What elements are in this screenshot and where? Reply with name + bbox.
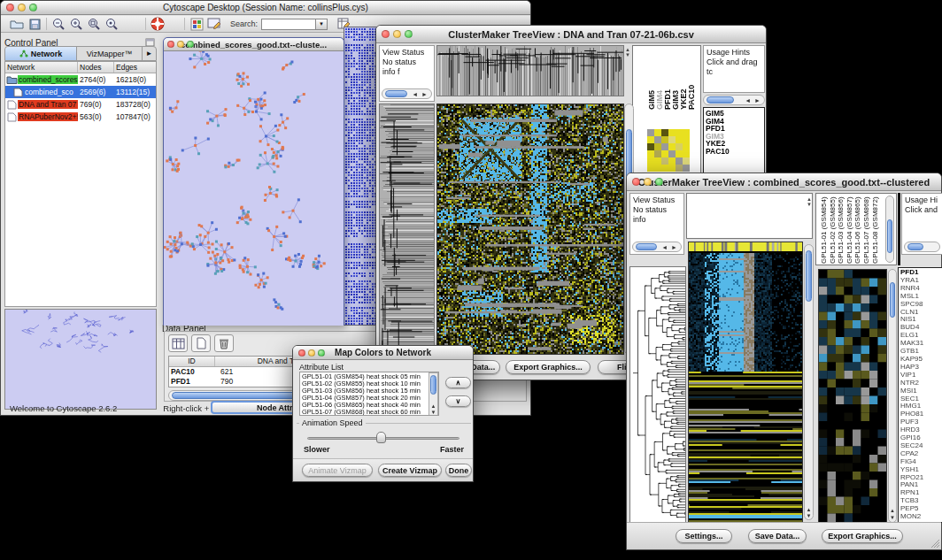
zoom-window-icon[interactable] — [405, 30, 413, 38]
close-icon[interactable] — [298, 349, 305, 357]
column-label[interactable]: GPL51-06 (GSM865) — [853, 196, 861, 264]
tv2-settings-button[interactable]: Settings... — [676, 529, 732, 543]
zoom-window-icon[interactable] — [187, 41, 194, 48]
network-view-titlebar[interactable]: combined_scores_good.txt--cluste... — [164, 38, 344, 51]
save-icon[interactable] — [26, 17, 43, 31]
tv2-status-scrollbar[interactable]: ◄ ► — [632, 242, 682, 252]
scroll-arrows-icon[interactable]: ◄ ► — [661, 244, 681, 250]
tv1-column-dendrogram-panel[interactable] — [436, 45, 624, 96]
tv1-row-dendrogram-panel[interactable] — [379, 104, 435, 355]
search-input[interactable] — [261, 19, 316, 30]
scroll-arrows-icon[interactable]: ◄ ► — [412, 91, 431, 97]
tv2-row-dendrogram-panel[interactable] — [629, 266, 686, 523]
scrollbar-thumb[interactable] — [806, 250, 812, 302]
zoom-window-icon[interactable] — [29, 4, 37, 12]
scrollbar-thumb[interactable] — [430, 375, 436, 395]
create-vizmap-button[interactable]: Create Vizmap — [378, 464, 442, 477]
zoom-selected-icon[interactable] — [103, 17, 120, 31]
scrollbar-thumb[interactable] — [887, 219, 892, 253]
dendro-scroll-arrows-icon[interactable]: ▲▼ — [625, 47, 630, 58]
tv2-detail-heatmap-panel[interactable] — [818, 269, 887, 523]
close-icon[interactable] — [632, 178, 640, 186]
attribute-item[interactable]: GPL51-07 (GSM868) heat shock 60 min — [302, 409, 436, 416]
tab-network[interactable]: Network — [5, 47, 77, 60]
done-button[interactable]: Done — [445, 464, 472, 477]
col-header-edges[interactable]: Edges — [114, 62, 156, 73]
treeview1-titlebar[interactable]: ClusterMaker TreeView : DNA and Tran 07-… — [376, 26, 766, 43]
column-label[interactable]: PAC10 — [687, 85, 696, 110]
minimize-icon[interactable] — [18, 4, 26, 12]
id-column-header[interactable]: ID — [169, 357, 215, 366]
animate-vizmap-button[interactable]: Animate Vizmap — [302, 464, 373, 477]
column-dendrogram[interactable] — [437, 46, 623, 96]
edit-network-icon[interactable] — [205, 17, 223, 31]
network-row-combined-sco[interactable]: combined_sco 2569(6) 13112(15) — [5, 86, 156, 98]
network-row-rnapuber[interactable]: RNAPuberNov2+! 563(0) 107847(0) — [5, 111, 156, 123]
tv2-heatmap-panel[interactable] — [688, 242, 803, 523]
move-attribute-up-button[interactable]: ∧ — [445, 377, 471, 388]
delete-attribute-trash-icon[interactable] — [214, 334, 234, 352]
zoom-window-icon[interactable] — [655, 178, 663, 186]
column-label[interactable]: GPL51-02 (GSM855) — [829, 196, 837, 264]
help-lifering-icon[interactable] — [149, 17, 166, 31]
scroll-down-icon[interactable]: ▼ — [429, 410, 437, 415]
tv2-export-graphics-button[interactable]: Export Graphics... — [822, 529, 903, 543]
scroll-down-icon[interactable]: ▼ — [805, 513, 813, 518]
scroll-arrows-icon[interactable]: ◄ ► — [745, 97, 764, 104]
close-icon[interactable] — [382, 30, 390, 38]
resize-grip-icon[interactable] — [930, 538, 940, 548]
tv1-detail-heatmap[interactable] — [647, 129, 690, 172]
scrollbar-thumb[interactable] — [636, 243, 657, 250]
tv2-save-data-button[interactable]: Save Data... — [748, 529, 807, 543]
move-attribute-down-button[interactable]: ∨ — [445, 395, 471, 407]
attribute-list-vscrollbar[interactable]: ▲ ▼ — [429, 372, 438, 416]
tv2-column-dendrogram-panel[interactable] — [686, 193, 813, 239]
minimize-icon[interactable] — [308, 349, 315, 357]
column-label[interactable]: GPL51-03 (GSM856) — [837, 196, 845, 264]
tv1-status-scrollbar[interactable]: ◄ ► — [382, 88, 432, 99]
scrollbar-thumb[interactable] — [706, 96, 734, 104]
tv2-hints-scrollbar[interactable] — [904, 242, 940, 252]
select-attributes-icon[interactable] — [168, 334, 188, 352]
column-label[interactable]: GPL51-04 (GSM857) — [845, 196, 853, 264]
tv1-heatmap-panel[interactable] — [436, 104, 624, 355]
column-label[interactable]: GPL51-07 (GSM868) — [862, 196, 870, 264]
dialog-titlebar[interactable]: Map Colors to Network — [293, 346, 473, 360]
row-dendrogram[interactable] — [380, 104, 434, 354]
zoom-fit-icon[interactable] — [85, 17, 103, 31]
network-overview-thumbnail[interactable] — [5, 310, 156, 409]
network-graph-canvas[interactable] — [164, 51, 344, 326]
column-label[interactable]: GPL51-08 (GSM872) — [871, 196, 879, 264]
scroll-up-icon[interactable]: ▲ — [429, 403, 437, 409]
search-dropdown-icon[interactable]: ▼ — [316, 19, 328, 30]
tv2-main-heatmap[interactable] — [689, 242, 802, 522]
col-header-nodes[interactable]: Nodes — [78, 62, 114, 73]
network-overview-panel[interactable] — [4, 309, 157, 410]
minimize-icon[interactable] — [177, 41, 184, 48]
open-file-icon[interactable] — [8, 17, 26, 31]
treeview2-titlebar[interactable]: ClusterMaker TreeView : combined_scores_… — [627, 173, 941, 191]
zoom-window-icon[interactable] — [318, 349, 325, 357]
cytoscape-titlebar[interactable]: Cytoscape Desktop (Session Name: collins… — [1, 1, 530, 15]
scroll-down-icon[interactable]: ▼ — [889, 515, 896, 520]
tv2-labels-vscrollbar[interactable] — [885, 196, 894, 263]
gene-label[interactable]: PAC10 — [706, 148, 764, 156]
vizmapper-shortcut-icon[interactable] — [188, 17, 205, 31]
tv1-hints-scrollbar[interactable]: ◄ ► — [703, 95, 765, 105]
close-icon[interactable] — [6, 4, 14, 12]
scrollbar-thumb[interactable] — [907, 243, 923, 250]
tv2-heatmap-vscrollbar[interactable]: ▲ ▼ — [804, 244, 814, 520]
slider-thumb[interactable] — [376, 432, 386, 443]
network-row-dna-tran[interactable]: DNA and Tran 07 769(0) 183728(0) — [5, 98, 156, 111]
gene-label[interactable]: MON2 — [899, 513, 942, 521]
dendro-scroll-arrows-icon[interactable]: ▲▼ — [807, 196, 812, 207]
scroll-up-icon[interactable]: ▲ — [805, 507, 813, 512]
minimize-icon[interactable] — [644, 178, 652, 186]
close-icon[interactable] — [167, 41, 174, 48]
row-dendrogram[interactable] — [630, 267, 685, 522]
scroll-up-icon[interactable]: ▲ — [889, 508, 896, 513]
zoom-in-icon[interactable] — [67, 17, 85, 31]
tv2-gene-vscrollbar[interactable]: ▲ ▼ — [888, 269, 897, 523]
tv2-detail-heatmap[interactable] — [819, 270, 886, 522]
column-label[interactable]: GPL51-01 (GSM854) — [820, 196, 828, 264]
